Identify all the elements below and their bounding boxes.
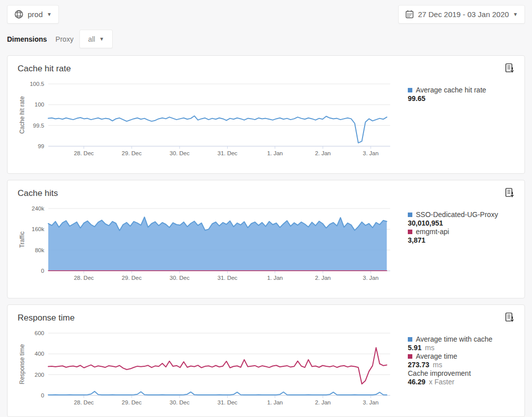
y-axis-title: Cache hit rate (19, 96, 26, 134)
x-axis-tick-label: 3. Jan (363, 150, 379, 156)
legend-value: 3,871 (408, 236, 514, 245)
legend-swatch-icon (408, 88, 412, 92)
y-axis-tick-label: 99.5 (33, 123, 44, 129)
date-range-picker[interactable]: 27 Dec 2019 - 03 Jan 2020 ▼ (398, 5, 525, 24)
legend-swatch-icon (408, 354, 412, 359)
legend-item[interactable]: Average time with cache (408, 335, 514, 344)
x-axis-tick-label: 30. Dec (169, 275, 190, 281)
export-report-icon[interactable] (505, 312, 515, 326)
dimension-value-label: all (88, 35, 95, 43)
export-report-icon[interactable] (505, 187, 515, 201)
y-axis-tick-label: 100.5 (30, 81, 44, 87)
card-title: Response time (18, 313, 514, 323)
top-bar: prod ▼ 27 Dec 2019 - 03 Jan 2020 ▼ (0, 0, 532, 24)
dimensions-bar: Dimensions Proxy all ▼ (0, 24, 532, 48)
x-axis-tick-label: 30. Dec (169, 150, 190, 156)
x-axis-tick-label: 29. Dec (122, 275, 142, 281)
x-axis-tick-label: 1. Jan (267, 275, 283, 281)
line-series (48, 348, 387, 384)
y-axis-tick-label: 400 (35, 351, 44, 357)
x-axis-tick-label: 2. Jan (315, 399, 330, 405)
line-series (48, 116, 387, 143)
x-axis-tick-label: 31. Dec (217, 275, 237, 281)
chevron-down-icon: ▼ (99, 37, 104, 42)
chart-row: 240k160k80k028. Dec29. Dec30. Dec31. Dec… (18, 203, 514, 284)
x-axis-tick-label: 31. Dec (217, 399, 237, 405)
legend-label: emgmt-api (416, 228, 449, 236)
x-axis-tick-label: 2. Jan (315, 150, 330, 156)
y-axis-tick-label: 160k (32, 226, 44, 232)
x-axis-tick-label: 31. Dec (217, 150, 237, 156)
legend-item[interactable]: SSO-Dedicated-UG-Proxy (408, 211, 514, 219)
legend-label: Average time (416, 352, 457, 361)
chart-row: 100.510099.59928. Dec29. Dec30. Dec31. D… (18, 79, 514, 159)
environment-label: prod (28, 10, 43, 19)
x-axis-tick-label: 28. Dec (74, 150, 94, 156)
y-axis-tick-label: 0 (41, 392, 44, 398)
y-axis-tick-label: 240k (32, 205, 44, 212)
legend-item[interactable]: Average time (408, 352, 514, 361)
chart-legend: SSO-Dedicated-UG-Proxy30,010,951emgmt-ap… (395, 203, 514, 284)
card-cache-hits: Cache hits 240k160k80k028. Dec29. Dec30.… (7, 180, 525, 298)
card-cache-hit-rate: Cache hit rate 100.510099.59928. Dec29. … (7, 55, 525, 174)
export-report-icon[interactable] (505, 63, 515, 76)
x-axis-tick-label: 1. Jan (267, 399, 283, 405)
chart-legend: Average cache hit rate99.65 (395, 79, 514, 159)
y-axis-tick-label: 99 (38, 143, 44, 149)
legend-value: 273.73ms (408, 361, 514, 369)
date-range-label: 27 Dec 2019 - 03 Jan 2020 (418, 10, 509, 19)
chart-row: 600400200028. Dec29. Dec30. Dec31. Dec1.… (18, 328, 514, 408)
chart-canvas-response-time[interactable]: 600400200028. Dec29. Dec30. Dec31. Dec1.… (18, 328, 395, 408)
x-axis-tick-label: 28. Dec (74, 399, 94, 405)
legend-item[interactable]: Average cache hit rate (408, 86, 514, 94)
y-axis-tick-label: 600 (35, 330, 44, 336)
x-axis-tick-label: 28. Dec (74, 275, 94, 281)
chart-canvas-cache-hits[interactable]: 240k160k80k028. Dec29. Dec30. Dec31. Dec… (18, 203, 395, 284)
legend-swatch-icon (408, 337, 412, 342)
dimension-value-selector[interactable]: all ▼ (79, 30, 113, 48)
chart-canvas-cache-hit-rate[interactable]: 100.510099.59928. Dec29. Dec30. Dec31. D… (18, 79, 395, 159)
x-axis-tick-label: 29. Dec (122, 399, 142, 405)
legend-value: 99.65 (408, 94, 514, 103)
x-axis-tick-label: 3. Jan (363, 399, 379, 405)
legend-label: Cache improvement (408, 369, 471, 378)
chevron-down-icon: ▼ (513, 12, 518, 17)
dimensions-label: Dimensions (7, 35, 47, 43)
legend-value: 5.91ms (408, 344, 514, 352)
legend-value: 30,010,951 (408, 219, 514, 228)
environment-selector[interactable]: prod ▼ (7, 5, 59, 24)
legend-item: Cache improvement (408, 369, 514, 378)
x-axis-tick-label: 30. Dec (169, 399, 190, 405)
legend-label: SSO-Dedicated-UG-Proxy (416, 211, 498, 219)
y-axis-title: Response time (19, 344, 26, 384)
y-axis-tick-label: 100 (35, 101, 44, 108)
x-axis-tick-label: 2. Jan (315, 275, 330, 281)
chart-legend: Average time with cache5.91msAverage tim… (395, 328, 514, 408)
y-axis-title: Traffic (19, 232, 26, 248)
x-axis-tick-label: 1. Jan (267, 150, 283, 156)
y-axis-tick-label: 80k (35, 247, 44, 253)
y-axis-tick-label: 0 (41, 268, 44, 274)
chevron-down-icon: ▼ (47, 12, 52, 17)
legend-value: 46.29x Faster (408, 378, 514, 386)
card-title: Cache hits (18, 188, 514, 198)
x-axis-tick-label: 3. Jan (363, 275, 379, 281)
legend-swatch-icon (408, 230, 412, 234)
card-title: Cache hit rate (18, 64, 514, 74)
legend-item[interactable]: emgmt-api (408, 228, 514, 236)
charts-container: Cache hit rate 100.510099.59928. Dec29. … (0, 48, 532, 417)
globe-icon (14, 10, 24, 19)
legend-label: Average cache hit rate (416, 86, 486, 94)
y-axis-tick-label: 200 (35, 372, 44, 378)
card-response-time: Response time 600400200028. Dec29. Dec30… (7, 304, 525, 417)
calendar-icon (405, 10, 414, 19)
legend-label: Average time with cache (416, 335, 492, 344)
dimension-name: Proxy (55, 35, 73, 43)
legend-swatch-icon (408, 213, 412, 217)
line-series (48, 391, 387, 395)
x-axis-tick-label: 29. Dec (122, 150, 142, 156)
